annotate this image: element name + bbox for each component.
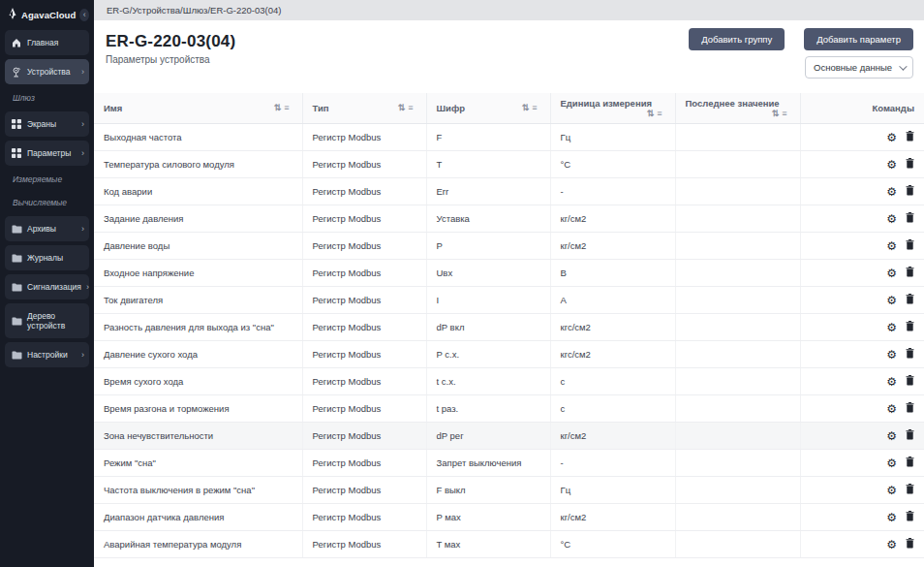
sidebar-collapse-button[interactable]: ‹: [79, 9, 89, 21]
header-actions: Добавить группу Добавить параметр Основн…: [689, 28, 913, 79]
cell-last-value: [675, 477, 800, 504]
cell-type: Регистр Modbus: [302, 450, 426, 477]
delete-icon[interactable]: [906, 511, 914, 523]
settings-icon[interactable]: ⚙: [886, 539, 897, 551]
cell-last-value: [675, 314, 800, 341]
settings-icon[interactable]: ⚙: [886, 159, 897, 171]
delete-icon[interactable]: [906, 239, 914, 252]
table-row: Давление сухого ходаРегистр ModbusP с.х.…: [94, 341, 924, 368]
sidebar-item-label: Журналы: [27, 253, 63, 263]
cell-code: P: [426, 233, 550, 260]
sidebar-item-устройства[interactable]: Устройства›: [5, 59, 89, 84]
delete-icon[interactable]: [906, 185, 914, 198]
sidebar-item-измеряемые[interactable]: Измеряемые: [5, 170, 89, 189]
settings-icon[interactable]: ⚙: [886, 186, 897, 198]
sidebar-item-label: Вычисляемые: [13, 198, 67, 207]
delete-icon[interactable]: [906, 457, 914, 469]
sidebar-item-архивы[interactable]: Архивы›: [5, 216, 89, 241]
delete-icon[interactable]: [906, 321, 914, 333]
settings-icon[interactable]: ⚙: [886, 376, 897, 388]
sidebar-item-параметры[interactable]: Параметры›: [5, 141, 89, 166]
cell-unit: с: [550, 395, 675, 423]
delete-icon[interactable]: [906, 348, 914, 361]
cell-last-value: [675, 124, 800, 151]
sidebar-item-шлюз[interactable]: Шлюз: [5, 88, 89, 108]
chevron-right-icon: ›: [86, 283, 89, 292]
sort-icon[interactable]: ⇅: [772, 109, 783, 118]
column-header-шифр[interactable]: Шифр⇅≡: [426, 93, 550, 124]
column-menu-icon[interactable]: ≡: [782, 109, 789, 118]
delete-icon[interactable]: [906, 131, 914, 143]
cell-last-value: [675, 395, 800, 423]
column-header-имя[interactable]: Имя⇅≡: [94, 93, 302, 124]
cell-type: Регистр Modbus: [302, 233, 426, 260]
settings-icon[interactable]: ⚙: [886, 213, 897, 225]
settings-icon[interactable]: ⚙: [886, 322, 897, 333]
delete-icon[interactable]: [906, 402, 914, 415]
table-row: Температура силового модуляРегистр Modbu…: [94, 151, 924, 178]
settings-icon[interactable]: ⚙: [886, 430, 897, 442]
cell-unit: кг/см2: [550, 504, 675, 531]
cell-code: Err: [426, 178, 550, 205]
grid-icon: [12, 119, 22, 129]
chevron-right-icon: ›: [81, 225, 84, 234]
sort-icon[interactable]: ⇅: [274, 103, 285, 112]
add-parameter-button[interactable]: Добавить параметр: [804, 28, 913, 50]
cell-name: Выходная частота: [94, 124, 302, 151]
dataset-select[interactable]: Основные данные: [805, 56, 913, 79]
cell-last-value: [675, 178, 800, 205]
column-menu-icon[interactable]: ≡: [284, 103, 292, 112]
delete-icon[interactable]: [906, 212, 914, 225]
delete-icon[interactable]: [906, 294, 914, 306]
table-row: Разность давления для выхода из "сна"Рег…: [94, 314, 924, 341]
column-menu-icon[interactable]: ≡: [657, 109, 664, 118]
add-group-button[interactable]: Добавить группу: [689, 28, 785, 50]
delete-icon[interactable]: [906, 267, 914, 279]
column-header-тип[interactable]: Тип⇅≡: [302, 93, 426, 124]
cell-last-value: [675, 151, 800, 178]
sidebar-item-настройки[interactable]: Настройки›: [5, 342, 89, 367]
cell-name: Время разгона и торможения: [94, 395, 302, 423]
sidebar-item-экраны[interactable]: Экраны›: [5, 111, 89, 137]
delete-icon[interactable]: [906, 158, 914, 171]
column-menu-icon[interactable]: ≡: [532, 103, 539, 112]
grid-icon: [12, 148, 22, 158]
settings-icon[interactable]: ⚙: [886, 403, 897, 415]
settings-icon[interactable]: ⚙: [886, 457, 897, 469]
sidebar-item-label: Дерево устройств: [27, 311, 84, 331]
settings-icon[interactable]: ⚙: [886, 295, 897, 306]
settings-icon[interactable]: ⚙: [886, 485, 897, 496]
cell-code: t с.х.: [426, 368, 550, 395]
sort-icon[interactable]: ⇅: [398, 103, 409, 112]
column-header-последнее-значение[interactable]: Последнее значение⇅≡: [675, 93, 800, 124]
settings-icon[interactable]: ⚙: [886, 512, 897, 523]
sort-icon[interactable]: ⇅: [647, 109, 658, 118]
delete-icon[interactable]: [906, 538, 914, 551]
column-menu-icon[interactable]: ≡: [408, 103, 416, 112]
sidebar-item-вычисляемые[interactable]: Вычисляемые: [5, 193, 89, 212]
sort-icon[interactable]: ⇅: [522, 103, 533, 112]
cell-name: Разность давления для выхода из "сна": [94, 314, 302, 341]
chevron-right-icon: ›: [81, 149, 84, 158]
settings-icon[interactable]: ⚙: [886, 132, 897, 143]
delete-icon[interactable]: [906, 429, 914, 442]
cell-type: Регистр Modbus: [302, 477, 426, 504]
chevron-right-icon: ›: [81, 68, 84, 77]
sidebar-item-дерево-устройств[interactable]: Дерево устройств: [5, 303, 89, 338]
cell-unit: -: [550, 178, 675, 205]
sidebar-item-сигнализация[interactable]: Сигнализация›: [5, 274, 89, 299]
delete-icon[interactable]: [906, 375, 914, 388]
settings-icon[interactable]: ⚙: [886, 268, 897, 279]
column-header-единица-измерения[interactable]: Единица измерения⇅≡: [550, 93, 675, 124]
settings-icon[interactable]: ⚙: [886, 240, 897, 252]
breadcrumb[interactable]: ER-G/Устройства/Шлюз/ER-G-220-03(04): [107, 5, 282, 16]
cell-unit: кг/см2: [550, 233, 675, 260]
cell-code: dP вкл: [426, 314, 550, 341]
cell-code: P мах: [426, 504, 550, 531]
cell-unit: -: [550, 450, 675, 477]
delete-icon[interactable]: [906, 484, 914, 496]
settings-icon[interactable]: ⚙: [886, 349, 897, 361]
sidebar-item-главная[interactable]: Главная: [5, 30, 89, 55]
cell-unit: °C: [550, 531, 675, 558]
sidebar-item-журналы[interactable]: Журналы: [5, 245, 89, 270]
